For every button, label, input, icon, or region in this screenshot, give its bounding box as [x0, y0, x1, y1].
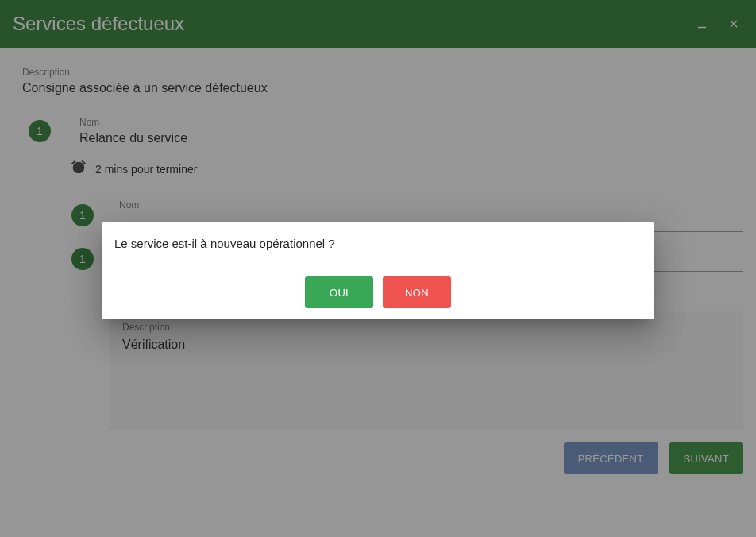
confirm-dialog: Le service est-il à nouveau opérationnel…	[102, 222, 654, 319]
modal-overlay[interactable]: Le service est-il à nouveau opérationnel…	[0, 0, 756, 537]
no-button[interactable]: NON	[383, 276, 451, 308]
yes-button[interactable]: OUI	[305, 276, 373, 308]
dialog-actions: OUI NON	[102, 265, 654, 319]
dialog-question: Le service est-il à nouveau opérationnel…	[102, 222, 654, 265]
